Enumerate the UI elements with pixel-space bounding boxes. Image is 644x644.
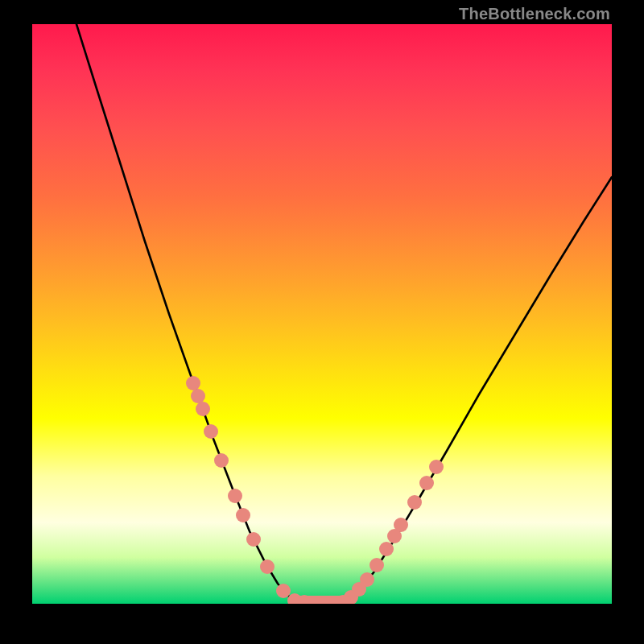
dot-right-dots [429,460,444,474]
valley-floor-band [288,596,351,604]
dot-right-dots [394,518,408,532]
dot-left-dots [246,532,261,547]
dot-left-dots [214,453,229,468]
dot-left-dots [191,389,205,403]
dot-left-dots [204,424,218,439]
dot-left-dots [186,376,200,390]
series-right-curve [346,177,612,602]
dot-left-dots [260,559,275,574]
chart-svg [32,24,612,604]
scatter-points [186,376,444,604]
dot-right-dots [419,476,434,490]
chart-container: TheBottleneck.com [0,0,644,644]
series-lines [76,24,612,603]
watermark-text: TheBottleneck.com [459,5,610,23]
plot-area [32,24,612,604]
dot-left-dots [196,402,210,416]
dot-left-dots [276,584,291,598]
dot-right-dots [360,572,374,587]
dot-left-dots [228,489,242,503]
dot-right-dots [407,495,422,510]
dot-left-dots [236,508,250,522]
dot-right-dots [369,558,384,572]
dot-right-dots [379,542,394,556]
series-left-curve [76,24,298,602]
